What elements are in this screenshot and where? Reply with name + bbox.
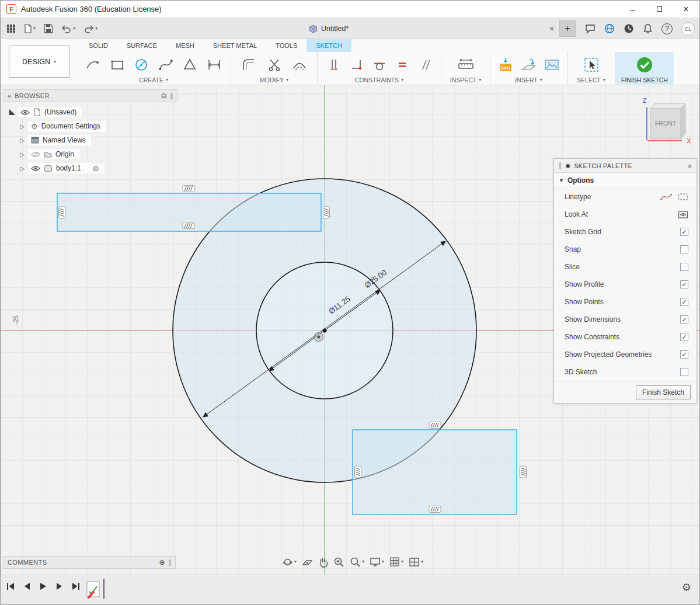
vertical-horizontal-constraint-icon[interactable]	[328, 58, 340, 72]
constraint-badge-icon[interactable]	[520, 466, 527, 478]
redo-button[interactable]: ▾	[83, 25, 97, 33]
expander-icon[interactable]: ▷	[19, 137, 26, 144]
offset-tool-icon[interactable]	[292, 57, 307, 72]
tab-sketch[interactable]: SKETCH	[307, 39, 351, 52]
arc-tool-icon[interactable]	[85, 57, 100, 72]
zoom-window-button[interactable]: ▾	[350, 557, 364, 568]
pan-button[interactable]	[318, 557, 328, 568]
tab-mesh[interactable]: MESH	[166, 39, 204, 52]
tree-row-document-settings[interactable]: ▷ ⚙ Document Settings	[4, 119, 177, 133]
look-at-icon[interactable]	[678, 210, 688, 219]
select-tool-icon[interactable]	[584, 57, 599, 72]
new-tab-button[interactable]: +	[559, 20, 576, 37]
constraint-badge-icon[interactable]	[429, 506, 441, 513]
spline-tool-icon[interactable]	[158, 57, 173, 72]
notifications-bell-icon[interactable]	[643, 23, 653, 34]
collapse-panel-icon[interactable]: «	[8, 92, 11, 99]
document-tab[interactable]: Untitled*	[309, 18, 349, 39]
section-collapse-icon[interactable]: ▼	[559, 178, 564, 183]
viewports-button[interactable]: ▾	[409, 557, 423, 567]
tab-surface[interactable]: SURFACE	[117, 39, 166, 52]
timeline-settings-gear-icon[interactable]: ⚙	[682, 581, 691, 594]
timeline-step-forward-button[interactable]	[54, 581, 65, 592]
select-group-label[interactable]: SELECT▾	[567, 76, 615, 85]
show-profile-checkbox[interactable]: ✓	[680, 280, 688, 288]
sketch-canvas[interactable]: -25 Ø25.00 Ø11.25	[1, 85, 700, 576]
display-settings-button[interactable]: ▾	[370, 557, 384, 567]
linetype-normal-icon[interactable]	[660, 193, 672, 201]
rectangle-tool-icon[interactable]	[110, 57, 125, 72]
undo-button[interactable]: ▾	[61, 25, 75, 33]
panel-grip-icon[interactable]: ∥	[170, 92, 174, 100]
job-status-icon[interactable]	[624, 23, 634, 34]
show-constraints-checkbox[interactable]: ✓	[680, 333, 688, 341]
coincident-constraint-icon[interactable]	[350, 58, 363, 72]
expander-icon[interactable]: ▷	[19, 165, 26, 172]
inspect-group-label[interactable]: INSPECT▾	[441, 76, 490, 85]
file-menu-button[interactable]: ▾	[24, 24, 36, 33]
insert-mesh-icon[interactable]	[521, 57, 537, 72]
collapse-all-icon[interactable]: ⊖	[161, 92, 166, 100]
timeline-go-to-start-button[interactable]	[5, 581, 16, 592]
show-dimensions-checkbox[interactable]: ✓	[680, 315, 688, 324]
panel-grip-icon[interactable]: ∥	[169, 559, 172, 566]
sketch-palette-header[interactable]: ∥ ◉ SKETCH PALETTE »	[554, 159, 696, 173]
trim-tool-icon[interactable]	[267, 57, 282, 72]
show-projected-geometries-checkbox[interactable]: ✓	[680, 350, 688, 359]
minimize-button[interactable]: –	[619, 1, 646, 18]
constraint-badge-icon[interactable]	[183, 186, 194, 192]
app-grid-icon[interactable]	[6, 24, 16, 33]
viewcube-top-face[interactable]	[650, 103, 685, 109]
center-point[interactable]	[323, 329, 327, 333]
tree-row-origin[interactable]: ▷ Origin	[4, 147, 177, 161]
insert-group-label[interactable]: INSERT▾	[490, 76, 567, 85]
timeline-step-back-button[interactable]	[22, 581, 32, 592]
slice-checkbox[interactable]: ✓	[680, 263, 688, 271]
help-icon[interactable]: ?	[661, 23, 673, 34]
selection-target-icon[interactable]: ⊙	[93, 165, 99, 172]
group-finish-sketch[interactable]: FINISH SKETCH	[615, 52, 674, 85]
options-section-header[interactable]: ▼ Options	[554, 173, 696, 188]
snap-checkbox[interactable]: ✓	[680, 245, 688, 253]
expander-icon[interactable]: ▷	[19, 151, 26, 158]
modify-group-label[interactable]: MODIFY▾	[231, 76, 317, 85]
tab-sheet-metal[interactable]: SHEET METAL	[204, 39, 266, 52]
sketch-grid-checkbox[interactable]: ✓	[680, 228, 688, 236]
tangent-constraint-icon[interactable]	[372, 58, 386, 72]
finish-sketch-icon[interactable]	[636, 56, 653, 74]
add-comment-icon[interactable]: ⊕	[159, 558, 165, 566]
maximize-button[interactable]	[646, 1, 673, 18]
visibility-eye-icon[interactable]	[20, 109, 30, 116]
zoom-fit-button[interactable]	[333, 557, 344, 568]
orbit-button[interactable]: ▾	[282, 557, 297, 568]
panel-grip-icon[interactable]: ∥	[559, 162, 562, 169]
equal-constraint-icon[interactable]	[396, 58, 409, 71]
viewcube-right-face[interactable]	[681, 103, 685, 139]
timeline-go-to-end-button[interactable]	[71, 581, 81, 592]
dimension-tool-icon[interactable]	[207, 57, 222, 72]
parallel-constraint-icon[interactable]	[419, 58, 431, 71]
finish-sketch-button[interactable]: Finish Sketch	[636, 385, 691, 399]
save-button[interactable]	[44, 24, 53, 33]
measure-tool-icon[interactable]	[458, 57, 474, 72]
tree-row-named-views[interactable]: ▷ Named Views	[4, 133, 177, 147]
polygon-tool-icon[interactable]	[182, 57, 197, 72]
tab-tools[interactable]: TOOLS	[266, 39, 307, 52]
finish-sketch-label[interactable]: FINISH SKETCH	[615, 76, 674, 85]
view-cube[interactable]: FRONT Z X	[640, 96, 698, 149]
visibility-off-eye-icon[interactable]	[31, 151, 40, 158]
document-tab-close-button[interactable]: ×	[546, 23, 558, 34]
timeline-play-button[interactable]	[38, 581, 48, 592]
bottom-rectangle[interactable]	[353, 430, 517, 514]
show-points-checkbox[interactable]: ✓	[680, 298, 688, 306]
visibility-eye-icon[interactable]	[31, 165, 40, 172]
user-avatar[interactable]: CL	[681, 22, 695, 36]
insert-svg-icon[interactable]: SVG	[498, 57, 513, 72]
constraint-badge-icon[interactable]	[355, 466, 361, 478]
constraint-badge-icon[interactable]	[323, 207, 330, 218]
browser-extension-icon[interactable]	[604, 23, 615, 34]
tab-solid[interactable]: SOLID	[79, 39, 117, 52]
3d-sketch-checkbox[interactable]: ✓	[680, 368, 688, 376]
tree-row-body[interactable]: ▷ body1:1 ⊙	[4, 161, 177, 175]
origin-point-glyph[interactable]	[315, 333, 323, 342]
